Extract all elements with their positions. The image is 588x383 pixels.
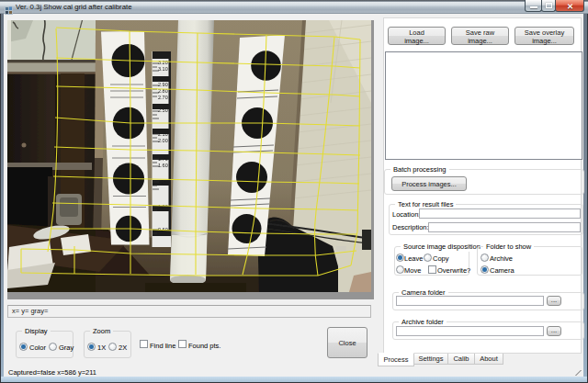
svg-text:2.70: 2.70 [158, 95, 168, 100]
svg-text:3.20: 3.20 [158, 60, 168, 65]
svg-text:2.00: 2.00 [158, 138, 168, 143]
svg-text:2.10: 2.10 [158, 131, 168, 137]
svg-text:1.00: 1.00 [158, 204, 168, 209]
svg-text:1.70: 1.70 [158, 156, 168, 162]
svg-text:1.60: 1.60 [158, 163, 168, 168]
svg-text:1.30: 1.30 [158, 179, 168, 185]
svg-text:3.10: 3.10 [158, 66, 168, 72]
svg-text:2.90: 2.90 [158, 82, 168, 87]
svg-text:2.50: 2.50 [158, 107, 168, 113]
